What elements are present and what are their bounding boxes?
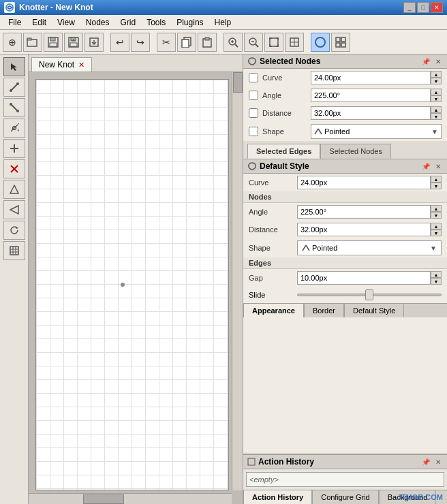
menu-edit[interactable]: Edit xyxy=(27,16,52,29)
panel-pin-btn[interactable]: 📌 xyxy=(421,57,431,66)
shape-checkbox[interactable] xyxy=(249,127,258,136)
horizontal-scrollbar[interactable] xyxy=(29,493,232,504)
canvas-wrapper[interactable] xyxy=(29,72,243,504)
toolbar-zoom-in[interactable] xyxy=(224,33,243,52)
toolbar-export[interactable] xyxy=(84,33,104,52)
toolbar-undo[interactable]: ↩ xyxy=(110,33,129,52)
toolbar-save[interactable] xyxy=(44,33,63,52)
toolbar-cut[interactable]: ✂ xyxy=(157,33,176,52)
minimize-btn[interactable]: _ xyxy=(403,2,416,13)
default-style-close-btn[interactable]: ✕ xyxy=(433,161,443,171)
tab-selected-edges[interactable]: Selected Edges xyxy=(247,144,320,159)
tool-add-node[interactable]: + xyxy=(3,119,25,138)
curve-checkbox[interactable] xyxy=(249,73,258,82)
canvas-inner[interactable] xyxy=(35,79,229,490)
ds-gap-spin-up[interactable]: ▲ xyxy=(431,271,442,278)
default-style-icon xyxy=(247,162,257,170)
close-btn[interactable]: ✕ xyxy=(431,2,443,13)
tool-grid[interactable] xyxy=(3,241,25,260)
distance-spin-up[interactable]: ▲ xyxy=(431,106,442,113)
tab-configure-grid[interactable]: Configure Grid xyxy=(312,490,379,504)
ds-shape-select[interactable]: Pointed ▼ xyxy=(297,240,442,255)
canvas-tab-new-knot[interactable]: New Knot ✕ xyxy=(31,57,92,72)
ds-distance-spin-up[interactable]: ▲ xyxy=(431,223,442,230)
angle-spin-down[interactable]: ▼ xyxy=(431,95,442,102)
action-history-close-btn[interactable]: ✕ xyxy=(433,457,443,467)
tab-default-style[interactable]: Default Style xyxy=(344,304,404,317)
tool-rotate[interactable] xyxy=(3,221,25,240)
svg-point-35 xyxy=(10,103,12,106)
shape-label: Shape xyxy=(262,127,307,136)
menu-tools[interactable]: Tools xyxy=(141,16,171,29)
tool-remove-node[interactable] xyxy=(3,159,25,178)
toolbar-paste[interactable] xyxy=(198,33,217,52)
svg-marker-47 xyxy=(16,226,18,229)
action-history-pin-btn[interactable]: 📌 xyxy=(421,457,431,467)
tool-triangle-left[interactable] xyxy=(3,180,25,199)
ds-gap-spin-down[interactable]: ▼ xyxy=(431,278,442,285)
toolbar-save-as[interactable]: A xyxy=(64,33,83,52)
v-scroll-thumb[interactable] xyxy=(233,72,243,93)
tool-line2[interactable] xyxy=(3,98,25,117)
svg-line-21 xyxy=(256,44,258,47)
menu-help[interactable]: Help xyxy=(209,16,237,29)
curve-spin-up[interactable]: ▲ xyxy=(431,71,442,78)
maximize-btn[interactable]: □ xyxy=(417,2,429,13)
menu-grid[interactable]: Grid xyxy=(115,16,142,29)
ds-slide-thumb[interactable] xyxy=(365,289,373,300)
toolbar-new[interactable]: ⊕ xyxy=(3,33,22,52)
curve-input[interactable]: 24.00px xyxy=(311,71,431,84)
curve-spin: ▲ ▼ xyxy=(431,71,442,84)
distance-input[interactable]: 32.00px xyxy=(311,106,431,120)
ds-distance-spin: ▲ ▼ xyxy=(431,223,442,236)
svg-line-31 xyxy=(11,84,18,91)
tab-appearance[interactable]: Appearance xyxy=(243,304,304,317)
tool-select[interactable] xyxy=(3,57,25,76)
tool-cross[interactable] xyxy=(3,139,25,158)
ds-angle-input[interactable]: 225.00° xyxy=(297,205,431,219)
panel-header-icons: 📌 ✕ xyxy=(421,57,443,66)
angle-spin-up[interactable]: ▲ xyxy=(431,89,442,95)
default-style-pin-btn[interactable]: 📌 xyxy=(421,161,431,171)
menu-plugins[interactable]: Plugins xyxy=(171,16,209,29)
toolbar-knot[interactable] xyxy=(311,33,330,52)
menu-bar: File Edit View Nodes Grid Tools Plugins … xyxy=(0,15,447,30)
toolbar-zoom-out[interactable] xyxy=(244,33,263,52)
tool-triangle-right[interactable] xyxy=(3,200,25,219)
ds-distance-input[interactable]: 32.00px xyxy=(297,223,431,236)
ds-curve-input[interactable]: 24.00px xyxy=(297,176,431,189)
ds-angle-spin-up[interactable]: ▲ xyxy=(431,205,442,212)
vertical-scrollbar[interactable] xyxy=(232,72,243,490)
menu-view[interactable]: View xyxy=(52,16,80,29)
toolbar-grid-view[interactable] xyxy=(331,33,350,52)
distance-spin-down[interactable]: ▼ xyxy=(431,113,442,120)
ds-curve-row: Curve 24.00px ▲ ▼ xyxy=(243,174,447,191)
tab-action-history[interactable]: Action History xyxy=(243,490,312,504)
distance-checkbox[interactable] xyxy=(249,108,258,118)
angle-input[interactable]: 225.00° xyxy=(311,89,431,102)
curve-spin-down[interactable]: ▼ xyxy=(431,78,442,84)
ds-gap-input[interactable]: 10.00px xyxy=(297,271,431,285)
canvas-grid[interactable] xyxy=(36,80,228,490)
ds-curve-spin-up[interactable]: ▲ xyxy=(431,176,442,183)
shape-select[interactable]: Pointed ▼ xyxy=(311,124,442,139)
angle-checkbox[interactable] xyxy=(249,91,258,100)
tool-line1[interactable] xyxy=(3,78,25,97)
panel-close-btn[interactable]: ✕ xyxy=(433,57,443,66)
toolbar-copy[interactable] xyxy=(177,33,196,52)
ds-slide-track[interactable] xyxy=(297,294,442,296)
toolbar-redo[interactable]: ↪ xyxy=(131,33,150,52)
svg-point-36 xyxy=(16,110,19,112)
h-scroll-thumb[interactable] xyxy=(83,494,124,504)
toolbar-fit[interactable] xyxy=(264,33,283,52)
ds-angle-spin-down[interactable]: ▼ xyxy=(431,212,442,219)
tab-close-icon[interactable]: ✕ xyxy=(78,61,84,69)
ds-curve-spin-down[interactable]: ▼ xyxy=(431,183,442,189)
toolbar-center[interactable] xyxy=(285,33,304,52)
menu-file[interactable]: File xyxy=(3,16,27,29)
tab-border[interactable]: Border xyxy=(304,304,344,317)
tab-selected-nodes[interactable]: Selected Nodes xyxy=(320,144,391,159)
toolbar-open[interactable] xyxy=(23,33,42,52)
ds-distance-spin-down[interactable]: ▼ xyxy=(431,230,442,236)
menu-nodes[interactable]: Nodes xyxy=(80,16,115,29)
